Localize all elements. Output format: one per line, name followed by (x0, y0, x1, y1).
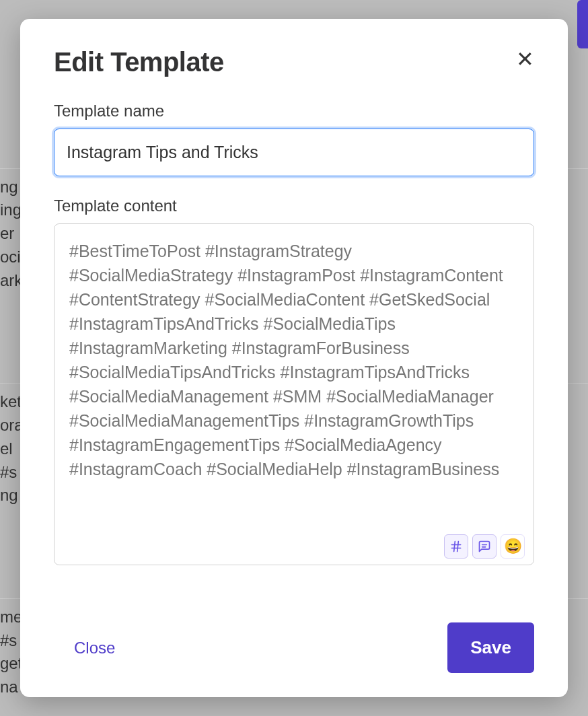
modal-footer: Close Save (54, 589, 534, 673)
hashtag-button[interactable] (444, 534, 468, 559)
template-content-wrapper: 😄 (54, 223, 534, 568)
close-button[interactable]: Close (54, 633, 135, 663)
modal-title: Edit Template (54, 47, 224, 77)
content-toolbar: 😄 (444, 534, 525, 559)
emoji-button[interactable]: 😄 (501, 534, 525, 559)
hashtag-icon (449, 540, 463, 553)
comment-icon (478, 540, 491, 553)
save-button[interactable]: Save (447, 622, 534, 673)
template-name-label: Template name (54, 102, 534, 120)
template-content-textarea[interactable] (54, 223, 534, 565)
template-content-label: Template content (54, 196, 534, 215)
svg-line-2 (454, 542, 455, 552)
modal-header: Edit Template ✕ (54, 47, 534, 77)
template-name-input[interactable] (54, 129, 534, 176)
close-icon[interactable]: ✕ (516, 47, 534, 71)
comment-button[interactable] (472, 534, 497, 559)
emoji-icon: 😄 (504, 538, 522, 555)
svg-line-3 (457, 542, 459, 552)
side-accent (577, 0, 588, 48)
edit-template-modal: Edit Template ✕ Template name Template c… (20, 19, 568, 697)
